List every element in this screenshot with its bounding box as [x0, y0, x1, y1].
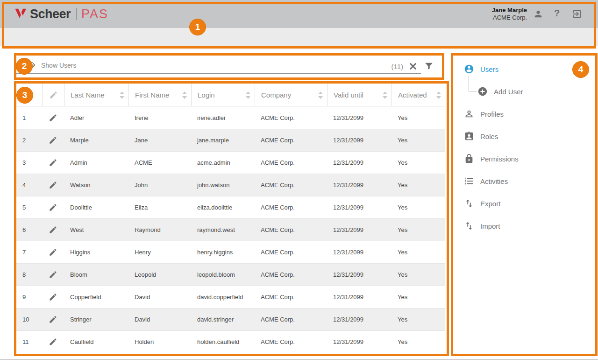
- table-row: 10StringerDaviddavid.stringerACME Corp.1…: [16, 308, 445, 330]
- header-first-name[interactable]: First Name: [128, 84, 191, 106]
- table-body: 1AdlerIreneirene.adlerACME Corp.12/31/20…: [16, 106, 445, 353]
- sort-icon: [436, 91, 441, 99]
- table-row: 11CaulfieldHoldenholden.caulfieldACME Co…: [16, 330, 445, 353]
- cell-first-name: ACME: [128, 152, 191, 174]
- scheer-pas-logo: Scheer PAS: [14, 6, 108, 22]
- header-activated[interactable]: Activated: [392, 84, 445, 106]
- cell-valid-until: 12/31/2099: [327, 331, 392, 353]
- cell-company: ACME Corp.: [255, 174, 327, 196]
- cell-valid-until: 12/31/2099: [327, 286, 392, 308]
- edit-pencil-icon: [49, 293, 57, 301]
- table-row: 1AdlerIreneirene.adlerACME Corp.12/31/20…: [16, 106, 445, 129]
- cell-first-name: Holden: [128, 331, 191, 353]
- header-company[interactable]: Company: [255, 84, 327, 106]
- cell-company: ACME Corp.: [255, 196, 327, 218]
- sort-icon: [246, 91, 250, 99]
- edit-row-button[interactable]: [42, 106, 64, 129]
- sidebar-item-add-user[interactable]: Add User: [451, 80, 598, 103]
- cell-activated: Yes: [392, 308, 445, 330]
- sort-icon: [182, 91, 187, 99]
- result-count: (11): [391, 63, 403, 70]
- table-row: 3AdminACMEacme.adminACME Corp.12/31/2099…: [16, 151, 445, 174]
- swap-vertical-icon: [464, 198, 474, 209]
- header-last-name[interactable]: Last Name: [64, 84, 128, 106]
- row-number: 8: [16, 264, 42, 286]
- cell-last-name: Doolittle: [64, 196, 128, 218]
- row-number: 7: [16, 241, 42, 263]
- cell-login: eliza.doolittle: [191, 196, 255, 218]
- cell-first-name: David: [128, 308, 191, 330]
- edit-row-button[interactable]: [42, 174, 64, 196]
- sidebar-item-roles[interactable]: Roles: [451, 125, 598, 147]
- current-user-block: Jane Marple ACME Corp.: [492, 7, 527, 21]
- table-row: 8BloomLeopoldleopold.bloomACME Corp.12/3…: [16, 263, 445, 286]
- cell-activated: Yes: [392, 286, 445, 308]
- cell-login: acme.admin: [191, 152, 255, 174]
- cell-last-name: Adler: [64, 106, 128, 129]
- person-outline-icon: [464, 109, 474, 119]
- edit-pencil-icon: [49, 225, 57, 234]
- cell-activated: Yes: [392, 241, 445, 263]
- lock-icon: [464, 154, 474, 164]
- edit-pencil-icon: [49, 203, 57, 212]
- users-table: Last Name First Name Login Company Valid…: [16, 84, 445, 353]
- sidebar-item-export[interactable]: Export: [451, 192, 598, 215]
- sidebar-item-activities[interactable]: Activities: [451, 170, 598, 192]
- cell-company: ACME Corp.: [255, 286, 327, 308]
- header-login[interactable]: Login: [191, 84, 255, 106]
- filter-input[interactable]: [16, 58, 381, 73]
- current-user-company: ACME Corp.: [492, 14, 527, 21]
- sidebar-item-permissions[interactable]: Permissions: [451, 147, 598, 170]
- row-number: 9: [16, 286, 42, 308]
- edit-row-button[interactable]: [42, 152, 64, 174]
- row-number: 10: [16, 308, 42, 330]
- logo-product-text: PAS: [81, 7, 108, 21]
- edit-row-button[interactable]: [42, 308, 64, 330]
- cell-valid-until: 12/31/2099: [327, 264, 392, 286]
- cell-last-name: Marple: [64, 129, 128, 151]
- edit-pencil-icon: [49, 158, 57, 167]
- cell-company: ACME Corp.: [255, 241, 327, 263]
- help-icon[interactable]: ?: [554, 8, 560, 19]
- cell-login: irene.adler: [191, 106, 255, 129]
- edit-row-button[interactable]: [42, 196, 64, 218]
- edit-pencil-icon: [49, 270, 57, 279]
- table-row: 7HigginsHenryhenry.higginsACME Corp.12/3…: [16, 241, 445, 263]
- row-number: 5: [16, 196, 42, 218]
- app-window: Scheer PAS Jane Marple ACME Corp. ? Show…: [0, 0, 598, 364]
- logout-icon[interactable]: [572, 9, 582, 19]
- cell-login: henry.higgins: [191, 241, 255, 263]
- cell-valid-until: 12/31/2099: [327, 241, 392, 263]
- cell-valid-until: 12/31/2099: [327, 196, 392, 218]
- cell-activated: Yes: [392, 174, 445, 196]
- cell-last-name: West: [64, 219, 128, 241]
- edit-row-button[interactable]: [42, 286, 64, 308]
- cell-last-name: Admin: [64, 152, 128, 174]
- row-number: 6: [16, 219, 42, 241]
- sidebar-item-profiles[interactable]: Profiles: [451, 103, 598, 125]
- numbered-list-icon: [464, 176, 474, 186]
- edit-row-button[interactable]: [42, 331, 64, 353]
- edit-pencil-icon: [49, 315, 57, 324]
- user-profile-icon[interactable]: [533, 9, 543, 19]
- app-header: Scheer PAS Jane Marple ACME Corp. ?: [0, 0, 598, 28]
- edit-row-button[interactable]: [42, 129, 64, 151]
- cell-login: leopold.bloom: [191, 264, 255, 286]
- sidebar-item-users[interactable]: Users: [451, 58, 598, 80]
- cell-first-name: David: [128, 286, 191, 308]
- cell-login: john.watson: [191, 174, 255, 196]
- account-circle-icon: [464, 64, 474, 74]
- cell-valid-until: 12/31/2099: [327, 129, 392, 151]
- filter-funnel-icon[interactable]: [424, 61, 434, 71]
- edit-row-button[interactable]: [42, 241, 64, 263]
- edit-row-button[interactable]: [42, 219, 64, 241]
- sidebar-item-import[interactable]: Import: [451, 215, 598, 237]
- table-row: 2MarpleJanejane.marpleACME Corp.12/31/20…: [16, 129, 445, 151]
- cell-last-name: Bloom: [64, 264, 128, 286]
- clear-filter-icon[interactable]: [409, 62, 417, 70]
- nav-bar: Show Users: [0, 28, 598, 46]
- table-row: 5DoolittleElizaeliza.doolittleACME Corp.…: [16, 196, 445, 218]
- header-valid-until[interactable]: Valid until: [327, 84, 392, 106]
- edit-row-button[interactable]: [42, 264, 64, 286]
- table-row: 9CopperfieldDaviddavid.copperfieldACME C…: [16, 286, 445, 308]
